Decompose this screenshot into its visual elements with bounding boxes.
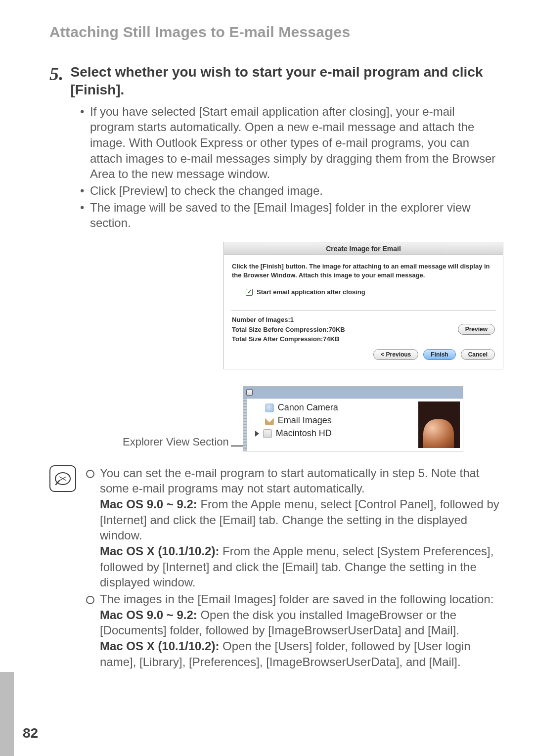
list-item-label: Email Images <box>278 415 332 426</box>
size-after: Total Size After Compression:74KB <box>232 334 345 344</box>
note-item: The images in the [Email Images] folder … <box>86 591 500 669</box>
section-title: Attaching Still Images to E-mail Message… <box>49 24 500 41</box>
thumbnail-image <box>418 401 460 448</box>
mail-folder-icon <box>265 416 274 425</box>
num-images: Number of Images:1 <box>232 315 345 325</box>
bullet-item: If you have selected [Start email applic… <box>80 104 500 182</box>
list-item-label: Canon Camera <box>278 402 338 413</box>
note-icon <box>49 465 76 492</box>
callout-line <box>231 445 243 446</box>
camera-icon <box>265 403 274 412</box>
disclosure-triangle-icon[interactable] <box>255 431 259 437</box>
panel-toggle-icon[interactable] <box>246 389 253 396</box>
page-edge-tab <box>0 672 14 756</box>
dialog-title: Create Image for Email <box>224 242 503 255</box>
list-item-label: Macintosh HD <box>276 428 332 439</box>
bullet-item: The image will be saved to the [Email Im… <box>80 200 500 231</box>
bullet-item: Click [Preview] to check the changed ima… <box>80 183 500 199</box>
size-before: Total Size Before Compression:70KB <box>232 325 345 335</box>
dialog-create-image-for-email: Create Image for Email Click the [Finish… <box>223 242 503 369</box>
explorer-view-label: Explorer View Section <box>123 436 229 448</box>
preview-button[interactable]: Preview <box>458 324 495 335</box>
previous-button[interactable]: < Previous <box>373 349 418 360</box>
step-heading: Select whether you wish to start your e-… <box>71 63 501 99</box>
page-number: 82 <box>23 725 38 741</box>
checkbox-label: Start email application after closing <box>257 288 365 296</box>
step-number: 5. <box>49 64 64 83</box>
checkbox-start-email[interactable]: ✓ <box>246 289 253 296</box>
cancel-button[interactable]: Cancel <box>461 349 495 360</box>
note-item: You can set the e-mail program to start … <box>86 465 500 590</box>
finish-button[interactable]: Finish <box>423 349 455 360</box>
disk-icon <box>263 429 272 438</box>
dialog-instruction: Click the [Finish] button. The image for… <box>232 262 495 279</box>
explorer-view-panel: Canon Camera Email Images Macintosh HD <box>243 386 463 451</box>
